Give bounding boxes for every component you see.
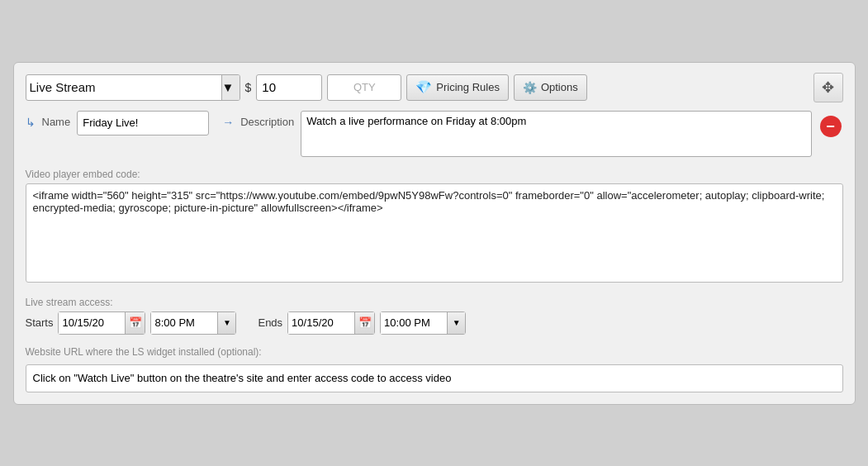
delete-button[interactable]: − bbox=[818, 114, 843, 139]
dollar-sign: $ bbox=[245, 81, 252, 94]
embed-textarea[interactable] bbox=[26, 183, 843, 283]
name-arrow-icon: ↳ bbox=[26, 116, 36, 129]
main-container: Live Stream ▼ $ QTY 💎 Pricing Rules ⚙️ O… bbox=[13, 62, 856, 405]
move-icon: ✥ bbox=[822, 78, 834, 97]
calendar-icon-2: 📅 bbox=[358, 316, 372, 329]
ends-time-dropdown[interactable]: ▼ bbox=[447, 312, 465, 334]
embed-label: Video player embed code: bbox=[26, 169, 843, 180]
starts-time-input[interactable] bbox=[151, 312, 217, 334]
move-button[interactable]: ✥ bbox=[813, 73, 843, 102]
starts-date-input[interactable] bbox=[59, 312, 125, 334]
access-label: Live stream access: bbox=[26, 297, 843, 308]
ends-time-field[interactable]: ▼ bbox=[380, 311, 466, 335]
starts-label: Starts bbox=[26, 316, 54, 329]
name-input[interactable] bbox=[77, 111, 209, 136]
calendar-icon: 📅 bbox=[129, 316, 142, 329]
ends-date-input[interactable] bbox=[288, 312, 354, 334]
ends-label: Ends bbox=[258, 316, 282, 329]
desc-textarea[interactable] bbox=[301, 111, 811, 157]
datetime-row: Starts 📅 ▼ Ends 📅 ▼ bbox=[26, 311, 843, 335]
top-row: Live Stream ▼ $ QTY 💎 Pricing Rules ⚙️ O… bbox=[26, 73, 843, 102]
embed-section: Video player embed code: bbox=[26, 169, 843, 297]
url-section: Website URL where the LS widget installe… bbox=[26, 346, 843, 392]
options-label: Options bbox=[541, 81, 578, 93]
name-label: Name bbox=[42, 116, 71, 128]
gear-icon: ⚙️ bbox=[523, 81, 537, 94]
ends-time-input[interactable] bbox=[381, 312, 447, 334]
stream-type-select[interactable]: Live Stream ▼ bbox=[26, 74, 240, 101]
starts-time-field[interactable]: ▼ bbox=[150, 311, 236, 335]
qty-input[interactable]: QTY bbox=[327, 74, 401, 101]
desc-label: Description bbox=[240, 116, 294, 128]
url-input[interactable] bbox=[26, 364, 843, 392]
starts-calendar-button[interactable]: 📅 bbox=[125, 312, 145, 334]
ends-calendar-button[interactable]: 📅 bbox=[354, 312, 374, 334]
desc-arrow-icon: → bbox=[222, 116, 234, 129]
item-row: ↳ Name → Description − bbox=[26, 111, 843, 157]
ends-date-field[interactable]: 📅 bbox=[287, 311, 375, 335]
url-label: Website URL where the LS widget installe… bbox=[26, 346, 843, 358]
pricing-gem-icon: 💎 bbox=[415, 79, 432, 95]
starts-time-dropdown[interactable]: ▼ bbox=[217, 312, 235, 334]
price-input[interactable] bbox=[256, 74, 322, 101]
starts-date-field[interactable]: 📅 bbox=[58, 311, 145, 335]
stream-type-label: Live Stream bbox=[30, 80, 221, 94]
pricing-rules-label: Pricing Rules bbox=[436, 81, 500, 93]
pricing-rules-button[interactable]: 💎 Pricing Rules bbox=[406, 74, 509, 101]
stream-type-arrow[interactable]: ▼ bbox=[221, 75, 240, 100]
delete-icon: − bbox=[820, 116, 842, 137]
access-section: Live stream access: Starts 📅 ▼ Ends 📅 bbox=[26, 297, 843, 335]
options-button[interactable]: ⚙️ Options bbox=[514, 74, 587, 101]
